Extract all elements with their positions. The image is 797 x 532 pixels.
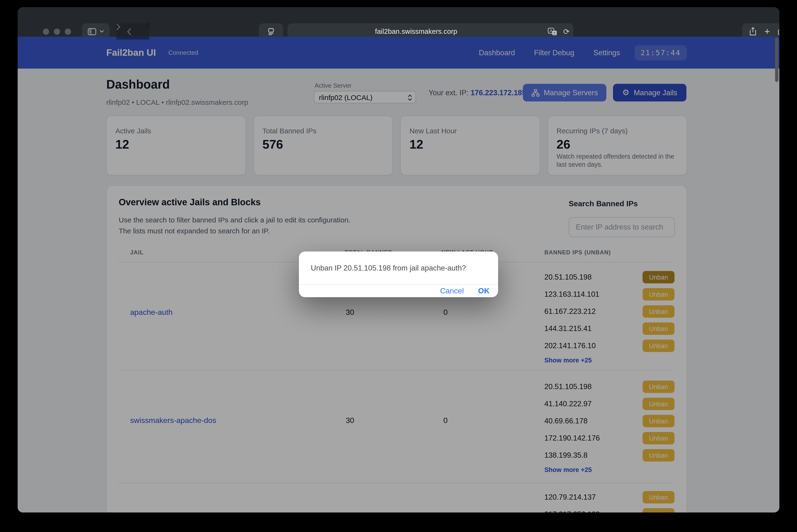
chevron-down-icon <box>99 30 104 33</box>
screen: fail2ban.swissmakers.corp A 文 ⟳ <box>0 0 797 532</box>
browser-toolbar: fail2ban.swissmakers.corp A 文 ⟳ <box>18 7 779 37</box>
svg-text:A: A <box>549 28 553 33</box>
confirm-dialog: Unban IP 20.51.105.198 from jail apache-… <box>299 251 498 297</box>
page-format-icon <box>267 28 275 35</box>
close-button[interactable] <box>43 28 49 35</box>
confirm-dialog-message: Unban IP 20.51.105.198 from jail apache-… <box>299 251 498 284</box>
cancel-button[interactable]: Cancel <box>440 287 464 295</box>
minimize-button[interactable] <box>54 28 60 35</box>
tabs-overview-icon[interactable] <box>778 27 779 35</box>
sidebar-icon <box>88 28 96 35</box>
address-url: fail2ban.swissmakers.corp <box>375 27 486 35</box>
new-tab-icon[interactable]: + <box>764 27 770 36</box>
ok-button[interactable]: OK <box>478 287 490 295</box>
svg-text:文: 文 <box>553 31 556 35</box>
share-icon[interactable] <box>749 27 756 36</box>
maximize-button[interactable] <box>65 28 71 35</box>
